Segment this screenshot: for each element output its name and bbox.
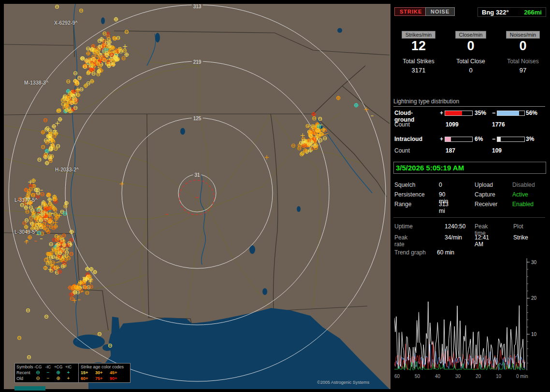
storm-cell-label: H-2033-2^: [55, 167, 79, 172]
range-ring-label: 313: [192, 4, 203, 9]
svg-text:30: 30: [455, 374, 461, 379]
peakrate-value: 34/min: [445, 234, 462, 241]
intracloud-label: Intracloud: [394, 136, 422, 142]
ic-minus-pct: 3%: [526, 136, 534, 142]
svg-text:50: 50: [415, 374, 420, 379]
storm-cell-label: M-1338-3^: [24, 80, 48, 85]
total-noises-label: Total Noises: [499, 58, 547, 65]
uptime-label: Uptime: [394, 223, 413, 230]
age-60: 60+: [81, 376, 95, 381]
map-canvas[interactable]: 313 219 125 31 X-6292-9^ M-1338-3^ H-203…: [4, 4, 391, 389]
peaktime-value: 12:41 AM: [475, 234, 489, 248]
ic-plus-pct: 6%: [475, 136, 483, 142]
total-close-value: 0: [447, 67, 495, 74]
squelch-value: 0: [439, 182, 442, 188]
copyright: ©2005 Astrogenic Systems: [317, 380, 369, 385]
svg-text:60: 60: [394, 374, 400, 379]
close-per-min-value: 0: [447, 39, 495, 54]
strikes-per-min-value: 12: [394, 39, 443, 54]
ic-plus-bar: [445, 137, 473, 142]
status-panel: STRIKE NOISE Bng 322° 266mi Strikes/min …: [393, 4, 547, 389]
legend-recent-label: Recent: [16, 370, 33, 376]
cg-plus-old-icon: ⊕: [53, 376, 63, 381]
legend-col-cg-minus: -CG: [33, 364, 43, 370]
range-ring-label: 125: [192, 116, 203, 121]
capture-value: Active: [512, 191, 528, 198]
cg-minus-bar: [497, 111, 525, 116]
minus-sign: −: [492, 136, 495, 142]
distribution-title: Lightning type distribution: [393, 98, 545, 107]
svg-text:20: 20: [476, 374, 481, 379]
total-noises-value: 97: [499, 67, 547, 74]
bearing-display: Bng 322° 266mi: [478, 7, 546, 17]
ic-plus-recent-icon: +: [63, 370, 73, 376]
persistence-label: Persistence: [394, 191, 425, 198]
minus-sign: −: [492, 110, 495, 116]
storm-cell-label: X-6292-9^: [54, 20, 78, 26]
peakrate-label: Peak rate: [394, 234, 407, 248]
uptime-value: 1240:50: [445, 223, 465, 230]
svg-text:40: 40: [435, 374, 441, 379]
storm-cell-label: L-3049-5^: [14, 229, 37, 235]
divider: [393, 217, 545, 218]
trend-graph-window: 60 min: [437, 249, 454, 256]
legend-col-ic-minus: -IC: [43, 364, 53, 370]
map-legend: Symbols -CG -IC +CG +IC Recent ⊖ − ⊕ + O…: [14, 363, 130, 383]
range-ring-label: 31: [193, 172, 201, 178]
strikes-column: Strikes/min 12 Total Strikes 3171: [394, 30, 443, 74]
ic-plus-count: 187: [446, 147, 455, 154]
status-strip: [14, 386, 45, 391]
datetime-display: 3/5/2026 5:05:19 AM: [393, 162, 546, 174]
cg-minus-count: 1776: [492, 121, 505, 128]
ic-minus-bar: [497, 137, 525, 142]
bearing-distance: 266mi: [524, 9, 542, 16]
ic-minus-old-icon: −: [43, 376, 53, 381]
squelch-label: Squelch: [394, 182, 415, 188]
ic-minus-recent-icon: −: [43, 370, 53, 376]
legend-col-cg-plus: +CG: [53, 364, 63, 370]
total-close-label: Total Close: [447, 58, 495, 65]
range-value: 313 mi: [439, 201, 449, 214]
total-strikes-value: 3171: [394, 67, 443, 74]
legend-old-label: Old: [16, 376, 33, 381]
age-codes-title: Strike age color codes: [81, 364, 124, 370]
svg-text:30: 30: [531, 260, 537, 265]
cg-minus-pct: 56%: [526, 110, 537, 116]
svg-text:10: 10: [496, 374, 502, 379]
trend-graph: 3020106050403020100 min: [394, 258, 545, 385]
noises-per-min-value: 0: [499, 39, 547, 54]
total-strikes-label: Total Strikes: [394, 58, 443, 65]
capture-label: Capture: [475, 191, 495, 198]
legend-symbols-header: Symbols: [16, 364, 33, 370]
svg-text:0 min: 0 min: [516, 374, 528, 379]
receiver-label: Receiver: [475, 201, 497, 208]
cg-plus-recent-icon: ⊕: [53, 370, 63, 376]
strike-toggle-button[interactable]: STRIKE: [394, 7, 427, 16]
count-label: Count: [394, 147, 410, 154]
plus-sign: +: [440, 136, 443, 142]
age-15: 15+: [81, 370, 95, 376]
close-column: Close/min 0 Total Close 0: [447, 30, 495, 74]
plot-value: Strike: [513, 234, 528, 241]
strikes-per-min-header: Strikes/min: [402, 31, 435, 39]
svg-text:10: 10: [531, 332, 537, 337]
range-ring-label: 219: [192, 59, 203, 65]
age-75: 75+: [95, 376, 110, 381]
cg-plus-pct: 35%: [475, 110, 486, 116]
close-per-min-header: Close/min: [455, 31, 487, 39]
count-label: Count: [394, 121, 410, 128]
trend-graph-label: Trend graph: [394, 249, 426, 256]
noise-toggle-button[interactable]: NOISE: [425, 7, 455, 16]
noises-column: Noises/min 0 Total Noises 97: [499, 30, 547, 74]
cg-minus-recent-icon: ⊖: [33, 370, 43, 376]
age-45: 45+: [110, 370, 124, 376]
age-30: 30+: [95, 370, 110, 376]
cg-plus-bar: [445, 111, 473, 116]
upload-label: Upload: [475, 182, 493, 188]
range-label: Range: [394, 201, 411, 208]
svg-text:20: 20: [531, 295, 537, 301]
plot-label: Plot: [513, 223, 523, 230]
upload-value: Disabled: [512, 182, 535, 188]
bearing-value: Bng 322°: [482, 9, 509, 16]
cg-minus-old-icon: ⊖: [33, 376, 43, 381]
